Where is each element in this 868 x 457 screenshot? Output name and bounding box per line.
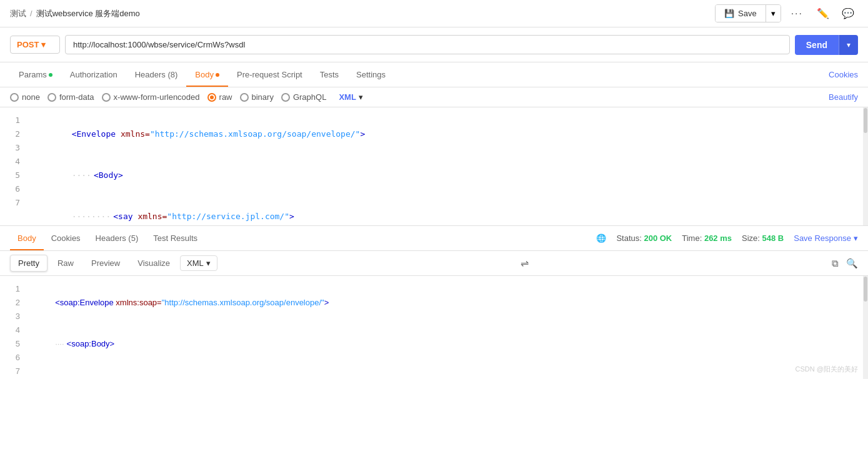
send-dropdown-button[interactable]: ▾ — [839, 35, 858, 55]
code-lines: 1 2 3 4 5 6 7 <Envelope xmlns="http://sc… — [0, 107, 868, 226]
save-button-group: 💾 Save ▾ — [715, 4, 781, 22]
radio-raw[interactable]: raw — [207, 92, 232, 102]
resp-format-select[interactable]: XML ▾ — [180, 255, 217, 271]
breadcrumb-test[interactable]: 测试 — [10, 8, 26, 19]
response-code-area: 1 2 3 4 5 6 7 <soap:Envelope xmlns:soap=… — [0, 276, 868, 379]
tab-authorization[interactable]: Authorization — [61, 64, 126, 87]
resp-scroll-track — [863, 276, 868, 379]
resp-code-lines: 1 2 3 4 5 6 7 <soap:Envelope xmlns:soap=… — [0, 276, 868, 379]
code-line-3: ········<say xmlns="http://service.jpl.c… — [32, 196, 861, 226]
radio-graphql-circle — [281, 93, 290, 102]
tab-settings[interactable]: Settings — [347, 64, 394, 87]
fmt-preview-button[interactable]: Preview — [84, 255, 127, 271]
request-tabs: Params Authorization Headers (8) Body Pr… — [0, 62, 868, 87]
breadcrumb-current: 测试webservice 服务端demo — [36, 8, 140, 19]
toolbar-right: 💾 Save ▾ ··· ✏️ 💬 — [715, 4, 858, 23]
save-dropdown-button[interactable]: ▾ — [766, 5, 781, 22]
resp-tab-cookies[interactable]: Cookies — [44, 227, 88, 250]
edit-icon-button[interactable]: ✏️ — [813, 4, 833, 23]
save-button[interactable]: 💾 Save — [716, 5, 766, 22]
breadcrumb-separator: / — [30, 9, 32, 18]
url-input[interactable] — [65, 35, 790, 54]
copy-icon[interactable]: ⧉ — [832, 258, 839, 269]
format-select[interactable]: XML ▾ — [339, 92, 362, 102]
cookies-link[interactable]: Cookies — [829, 70, 858, 79]
method-dropdown-icon: ▾ — [41, 40, 46, 49]
status-badge: Status: 200 OK — [616, 233, 672, 243]
code-line-1: <Envelope xmlns="http://schemas.xmlsoap.… — [32, 114, 861, 155]
resp-code-line-3: ········<ns2:sayResponse xmlns:ns2="http… — [32, 365, 861, 379]
save-response-dropdown-icon: ▾ — [854, 233, 858, 243]
tab-body[interactable]: Body — [186, 64, 228, 87]
resp-scroll-thumb — [864, 277, 867, 302]
body-options-bar: none form-data x-www-form-urlencoded raw… — [0, 87, 868, 107]
fmt-raw-button[interactable]: Raw — [50, 255, 81, 271]
fmt-pretty-button[interactable]: Pretty — [10, 255, 47, 272]
radio-raw-circle — [207, 93, 216, 102]
code-content: <Envelope xmlns="http://schemas.xmlsoap.… — [25, 107, 868, 226]
save-icon: 💾 — [724, 9, 734, 18]
radio-form-data[interactable]: form-data — [47, 92, 94, 102]
send-button[interactable]: Send — [795, 35, 839, 55]
wrap-icon[interactable]: ⇌ — [521, 257, 529, 269]
comment-icon-button[interactable]: 💬 — [838, 4, 858, 23]
body-dot — [216, 73, 219, 77]
resp-line-numbers: 1 2 3 4 5 6 7 — [0, 276, 25, 379]
resp-format-dropdown-icon: ▾ — [206, 258, 211, 268]
resp-code-line-1: <soap:Envelope xmlns:soap="http://schema… — [32, 282, 861, 323]
globe-icon: 🌐 — [596, 233, 606, 243]
scroll-thumb — [864, 108, 867, 133]
fmt-visualize-button[interactable]: Visualize — [130, 255, 177, 271]
response-tabs-bar: Body Cookies Headers (5) Test Results 🌐 … — [0, 226, 868, 251]
resp-code-content: <soap:Envelope xmlns:soap="http://schema… — [25, 276, 868, 379]
tab-tests[interactable]: Tests — [311, 64, 347, 87]
search-icon[interactable]: 🔍 — [846, 258, 858, 269]
response-size: Size: 548 B — [742, 233, 784, 243]
send-button-group: Send ▾ — [795, 35, 858, 55]
tab-prerequest[interactable]: Pre-request Script — [228, 64, 311, 87]
radio-none[interactable]: none — [10, 92, 40, 102]
method-select[interactable]: POST ▾ — [10, 36, 60, 54]
resp-tab-headers[interactable]: Headers (5) — [88, 227, 146, 250]
response-meta: 🌐 Status: 200 OK Time: 262 ms Size: 548 … — [596, 233, 858, 243]
response-format-bar: Pretty Raw Preview Visualize XML ▾ ⇌ ⧉ 🔍 — [0, 251, 868, 276]
resp-icons: ⇌ — [521, 257, 529, 269]
response-time: Time: 262 ms — [682, 233, 732, 243]
breadcrumb: 测试 / 测试webservice 服务端demo — [10, 8, 140, 19]
more-button[interactable]: ··· — [786, 6, 808, 22]
line-numbers: 1 2 3 4 5 6 7 — [0, 107, 25, 226]
radio-urlencoded[interactable]: x-www-form-urlencoded — [102, 92, 200, 102]
radio-none-circle — [10, 93, 19, 102]
radio-form-data-circle — [47, 93, 56, 102]
beautify-button[interactable]: Beautify — [829, 92, 858, 102]
code-line-2: ····<Body> — [32, 155, 861, 196]
method-label: POST — [17, 40, 39, 49]
resp-tab-body[interactable]: Body — [10, 227, 44, 250]
radio-graphql[interactable]: GraphQL — [281, 92, 326, 102]
resp-tab-test-results[interactable]: Test Results — [146, 227, 205, 250]
resp-code-line-2: ····<soap:Body> — [32, 323, 861, 365]
response-section: Body Cookies Headers (5) Test Results 🌐 … — [0, 226, 868, 379]
tab-params[interactable]: Params — [10, 64, 61, 87]
scroll-track — [863, 107, 868, 225]
top-bar: 测试 / 测试webservice 服务端demo 💾 Save ▾ ··· ✏… — [0, 0, 868, 27]
request-editor[interactable]: 1 2 3 4 5 6 7 <Envelope xmlns="http://sc… — [0, 107, 868, 226]
radio-urlencoded-circle — [102, 93, 111, 102]
tab-headers[interactable]: Headers (8) — [126, 64, 187, 87]
radio-binary[interactable]: binary — [240, 92, 274, 102]
radio-binary-circle — [240, 93, 249, 102]
watermark: CSDN @阳关的美好 — [796, 365, 858, 374]
url-bar: POST ▾ Send ▾ — [0, 27, 868, 62]
save-response-button[interactable]: Save Response ▾ — [794, 233, 858, 243]
format-dropdown-icon: ▾ — [359, 92, 363, 102]
params-dot — [49, 73, 52, 77]
